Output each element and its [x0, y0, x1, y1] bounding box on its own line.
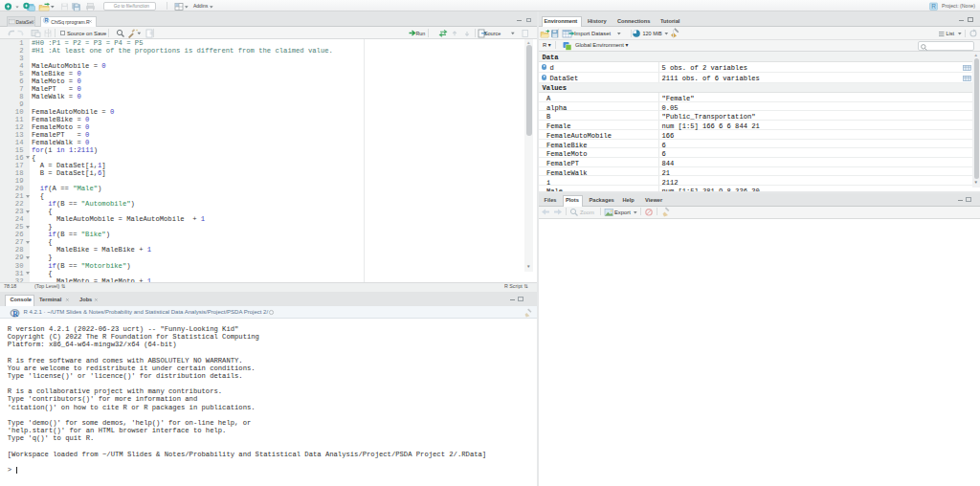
svg-text:R: R [12, 310, 18, 319]
svg-text:R: R [931, 3, 936, 10]
svg-text:R: R [45, 17, 49, 23]
